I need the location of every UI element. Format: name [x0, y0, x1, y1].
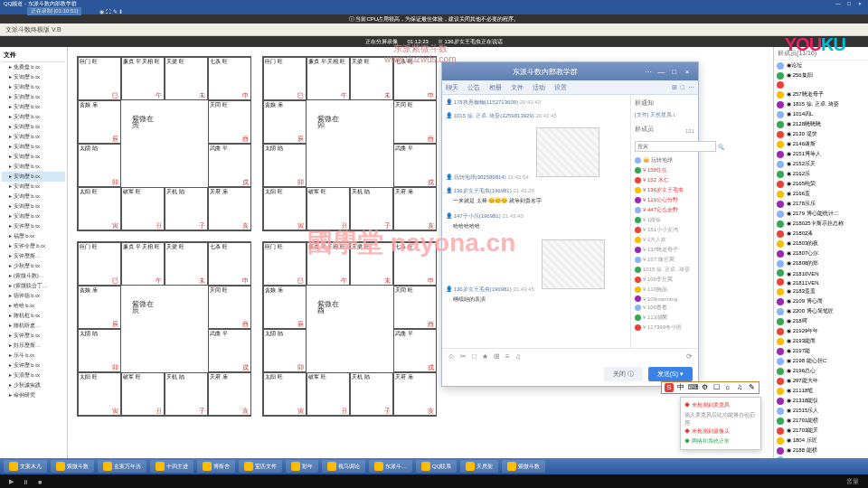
member-item[interactable]: ◉ 2179 博心能统计二 — [774, 209, 868, 219]
member-item[interactable]: ◉ 21515乐人 — [774, 406, 868, 416]
tree-item[interactable]: ▸ 安询歷 b.tx — [2, 82, 65, 92]
member-item[interactable]: ◉ 2128晓晓晓 — [774, 119, 868, 129]
chart-cell[interactable]: 七杀 旺申 — [208, 242, 251, 286]
grid-icon[interactable]: ⊞ — [672, 84, 677, 91]
tree-item[interactable]: ▸ 随机听皮… — [2, 321, 65, 331]
member-item[interactable] — [774, 455, 868, 458]
chart-cell[interactable]: 太阴 陷卯 — [263, 144, 307, 187]
side-member[interactable]: ¥ 181小小安鸿 — [635, 225, 694, 235]
taskbar-item[interactable]: QQ联系 — [416, 460, 457, 473]
chat-tab[interactable]: 文件 — [511, 83, 524, 92]
chart-cell[interactable]: 天同 旺酉 — [393, 100, 437, 144]
chart-cell[interactable]: 天梁 旺未 — [350, 57, 393, 100]
member-item[interactable]: ◉ 2166盖 — [774, 189, 868, 199]
message-image[interactable] — [542, 239, 605, 289]
member-search-input[interactable] — [635, 141, 716, 152]
member-item[interactable]: ◉ 2196总心 — [774, 366, 868, 376]
chart-cell[interactable]: 天机 陷子 — [350, 372, 393, 416]
member-item[interactable]: ◉ 1014四L — [774, 109, 868, 119]
chart-cell[interactable]: 天机 陷子 — [165, 372, 208, 416]
tree-item[interactable]: ▸ 少秋歷 b.tx — [2, 261, 65, 271]
member-item[interactable]: ◉ 1815 徐. 正卓. 琦荟 — [774, 99, 868, 109]
more-icon[interactable]: ⋯ — [688, 84, 694, 91]
member-item[interactable]: ◉ 21118笔 — [774, 386, 868, 396]
side-member[interactable]: ¥ 1路徐 — [635, 215, 694, 225]
side-member[interactable]: ¥ 137晓老母子 — [635, 245, 694, 255]
ime-sun-icon[interactable]: ☼ — [723, 383, 732, 392]
member-item[interactable]: ◉ 2193能而 — [774, 336, 868, 346]
chart-cell[interactable]: 武曲 平戌 — [208, 329, 251, 372]
chart-cell[interactable]: 贪娘 庙辰 — [263, 286, 307, 329]
ime-kb-icon[interactable]: ⌨ — [688, 383, 697, 392]
ime-cn-icon[interactable]: 中 — [676, 383, 685, 392]
chart-cell[interactable]: 破军 旺丑 — [121, 187, 165, 230]
chart-cell[interactable]: 贪娘 庙辰 — [78, 286, 121, 329]
tree-item[interactable]: ▸ 命例研究 — [2, 390, 65, 400]
member-item[interactable]: ◉ 218呵 — [774, 316, 868, 326]
chart-cell[interactable]: 七杀 旺申 — [393, 57, 437, 100]
side-member[interactable]: ¥ 100李丘寓 — [635, 275, 694, 285]
member-item[interactable]: ◉ 2152乐天 — [774, 159, 868, 169]
member-item[interactable]: ◉ 21929年年 — [774, 326, 868, 336]
taskbar-item[interactable]: 博斯舍 — [197, 460, 235, 473]
member-item[interactable]: ◉ 2197能 — [774, 346, 868, 356]
tree-item[interactable]: ▸ 安许歷斯… — [2, 251, 65, 261]
tree-item[interactable]: ▸ 安询歷 b.tx — [2, 152, 65, 162]
tree-item[interactable]: ▸ 安询歷 b.tx — [2, 172, 65, 182]
tree-item[interactable]: ▸ 安询歷 b.tx — [2, 142, 65, 152]
chart-cell[interactable]: 武曲 平戌 — [393, 144, 437, 187]
member-item[interactable]: ◉ 2198 能心担C — [774, 356, 868, 366]
chart-cell[interactable] — [350, 144, 393, 187]
ime-gear-icon[interactable]: ⚙ — [700, 383, 709, 392]
chart-cell[interactable]: 廉贞 平 天相 旺午 — [307, 57, 350, 100]
tree-item[interactable]: ▸ 安询歷 b.tx — [2, 211, 65, 221]
taskbar-item[interactable]: 玄案万年历 — [98, 460, 146, 473]
tree-item[interactable]: ▸ 安询歷 b.tx — [2, 112, 65, 122]
image-icon[interactable]: □ — [472, 352, 476, 361]
ime-pen-icon[interactable]: ✎ — [747, 383, 756, 392]
chart-cell[interactable] — [350, 329, 393, 372]
member-item[interactable]: ◉ 2151博等人 — [774, 149, 868, 159]
tree-item[interactable]: ▸ 安许歷 b.tx — [2, 331, 65, 341]
chart-cell[interactable] — [165, 329, 208, 372]
member-item[interactable]: ◉ 257晓老母子 — [774, 89, 868, 99]
chart-cell[interactable]: 天同 旺酉 — [208, 100, 251, 144]
taskbar-item[interactable]: 紫微斗数 — [502, 460, 545, 473]
member-item[interactable]: ◉ 2146谢斯 — [774, 139, 868, 149]
tree-item[interactable]: ▸ 乐斗 b.tx — [2, 351, 65, 361]
chart-cell[interactable]: 天同 旺酉 — [208, 286, 251, 329]
chart-cell[interactable] — [350, 286, 393, 329]
side-member[interactable]: ¥ 110婉晶 — [635, 285, 694, 295]
side-member[interactable]: ¥ 117399冬小雨 — [635, 323, 694, 333]
taskbar-item[interactable]: 紫微斗数 — [51, 460, 94, 473]
chart-cell[interactable]: 武曲 平戌 — [208, 144, 251, 187]
grid-icon[interactable]: ⊞ — [494, 352, 500, 361]
member-item[interactable]: ◉ 297能大年 — [774, 376, 868, 386]
chart-cell[interactable]: 七杀 旺申 — [393, 242, 437, 286]
member-item[interactable]: ◉ 21810VEN — [774, 268, 868, 277]
chart-cell[interactable]: 贪娘 庙辰 — [263, 100, 307, 144]
chart-cell[interactable]: 破军 旺丑 — [307, 187, 350, 230]
chart-cell[interactable]: 天府 庙亥 — [393, 187, 437, 230]
chart-cell[interactable]: 廉贞 平 天相 旺午 — [121, 242, 165, 286]
chart-cell[interactable] — [121, 144, 165, 187]
chat-settings-icon[interactable]: ⋯ — [643, 68, 654, 76]
ime-s-icon[interactable]: S — [665, 383, 674, 392]
side-member[interactable]: ¥ 100春春 — [635, 303, 694, 313]
music-icon[interactable]: ♫ — [515, 352, 521, 361]
member-item[interactable]: ◉ 2200 博心简笔匠 — [774, 306, 868, 316]
chart-cell[interactable]: 紫微在寅 — [121, 100, 165, 144]
ime-music-icon[interactable]: ♫ — [735, 383, 744, 392]
tree-item[interactable]: ▸ 安询歷 b.tx — [2, 102, 65, 112]
chart-cell[interactable]: 太阳 旺寅 — [263, 187, 307, 230]
group-notice-item[interactable]: [文件] 天然星系.t — [635, 111, 694, 119]
side-member[interactable]: ¥ 447它么金野 — [635, 205, 694, 215]
member-item[interactable]: ◉ 2165纯荣 — [774, 179, 868, 189]
chart-cell[interactable]: 天梁 旺未 — [165, 242, 208, 286]
chart-cell[interactable]: 巨门 旺巳 — [78, 242, 121, 286]
side-member[interactable]: ¥ 197.陳丘寓 — [635, 255, 694, 265]
chart-cell[interactable] — [121, 329, 165, 372]
taskbar-item[interactable]: 视马调论 — [322, 460, 365, 473]
tree-item[interactable]: ▸ 安许令歷 b.tx — [2, 241, 65, 251]
member-item[interactable]: ◉ 2109 博心而 — [774, 296, 868, 306]
